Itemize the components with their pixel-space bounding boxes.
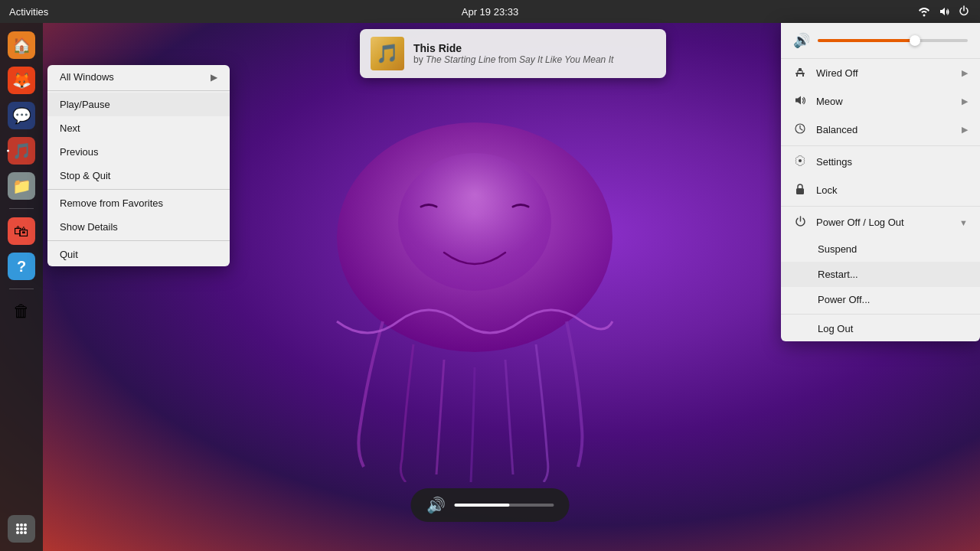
sound-icon[interactable] (937, 5, 951, 18)
desktop-wallpaper (214, 84, 735, 482)
dock-item-files-manager[interactable]: 📁 (5, 170, 38, 202)
dock-item-help[interactable]: ? (5, 250, 38, 282)
sys-menu-item-balanced[interactable]: Balanced ▶ (781, 116, 980, 144)
music-info: This Ride by The Starting Line from Say … (413, 42, 613, 65)
wired-label: Wired Off (816, 67, 952, 79)
topbar-left: Activities (9, 6, 48, 18)
svg-point-2 (398, 153, 551, 291)
menu-item-remove-favorites[interactable]: Remove from Favorites (47, 191, 230, 215)
activities-button[interactable]: Activities (9, 6, 48, 18)
svg-point-5 (24, 523, 27, 527)
dock: 🏠 🦊 💬 🎵 📁 🛍 ? (0, 23, 43, 551)
dock-item-rhythmbox[interactable]: 🎵 (5, 135, 38, 167)
audio-icon (793, 94, 807, 109)
sys-menu-item-meow[interactable]: Meow ▶ (781, 87, 980, 116)
context-menu: All Windows ▶ Play/Pause Next Previous S… (47, 65, 230, 266)
music-notification: 🎵 This Ride by The Starting Line from Sa… (360, 29, 666, 78)
submenu-item-logout[interactable]: Log Out (781, 316, 980, 341)
music-album: Say It Like You Mean It (519, 54, 613, 65)
svg-point-3 (16, 523, 19, 527)
submenu-item-suspend[interactable]: Suspend (781, 236, 980, 262)
svg-rect-14 (796, 74, 798, 77)
sys-menu-item-settings[interactable]: Settings (781, 148, 980, 176)
settings-label: Settings (816, 156, 968, 168)
menu-item-stop-quit[interactable]: Stop & Quit (47, 164, 230, 187)
balanced-label: Balanced (816, 124, 952, 135)
wired-icon (793, 66, 807, 80)
volume-popup-slider[interactable] (455, 504, 554, 507)
settings-icon (793, 155, 807, 169)
sys-separator-1 (781, 145, 980, 146)
topbar: Activities Apr 19 23:33 (0, 0, 980, 23)
menu-item-quit[interactable]: Quit (47, 243, 230, 266)
music-art-icon: 🎵 (376, 43, 399, 64)
menu-separator-1 (47, 90, 230, 91)
lock-icon (793, 183, 807, 197)
dock-separator (9, 208, 34, 209)
svg-point-6 (16, 527, 19, 530)
sys-menu-item-wired[interactable]: Wired Off ▶ (781, 59, 980, 87)
balanced-icon (793, 122, 807, 137)
topbar-datetime: Apr 19 23:33 (462, 6, 518, 18)
submenu-item-power-off[interactable]: Power Off... (781, 287, 980, 312)
svg-point-10 (20, 531, 23, 534)
dock-item-files[interactable]: 🏠 (5, 29, 38, 61)
music-title: This Ride (413, 42, 613, 54)
network-icon[interactable] (917, 5, 931, 18)
power-off-label: Power Off / Log Out (816, 217, 950, 228)
volume-icon: 🔊 (793, 32, 810, 49)
svg-point-9 (16, 531, 19, 534)
svg-point-4 (20, 523, 23, 527)
audio-label: Meow (816, 96, 952, 107)
menu-item-show-details[interactable]: Show Details (47, 215, 230, 239)
power-icon[interactable] (957, 5, 971, 18)
power-chevron: ▼ (959, 218, 968, 227)
music-subtitle: by The Starting Line from Say It Like Yo… (413, 54, 613, 65)
sys-menu-item-lock[interactable]: Lock (781, 176, 980, 204)
topbar-right (917, 5, 971, 18)
volume-popup: 🔊 (411, 488, 570, 522)
volume-section: 🔊 (781, 23, 980, 59)
menu-item-all-windows[interactable]: All Windows ▶ (47, 65, 230, 89)
power-off-icon (793, 215, 807, 230)
sys-separator-2 (781, 206, 980, 207)
balanced-chevron: ▶ (962, 125, 968, 135)
all-windows-arrow: ▶ (211, 72, 217, 83)
lock-label: Lock (816, 184, 968, 196)
submenu-item-restart[interactable]: Restart... (781, 262, 980, 287)
music-album-art: 🎵 (371, 37, 404, 70)
dock-item-trash[interactable]: 🗑 (5, 295, 38, 328)
volume-slider-fill (818, 39, 915, 42)
wired-chevron: ▶ (962, 68, 968, 78)
svg-point-19 (799, 191, 802, 193)
menu-item-previous[interactable]: Previous (47, 140, 230, 164)
dock-item-software[interactable]: 🛍 (5, 215, 38, 247)
audio-chevron: ▶ (962, 96, 968, 106)
menu-separator-2 (47, 189, 230, 190)
dock-item-chat[interactable]: 💬 (5, 99, 38, 132)
music-artist: The Starting Line (426, 54, 495, 65)
svg-point-7 (20, 527, 23, 530)
volume-slider-thumb[interactable] (910, 35, 920, 46)
svg-point-8 (24, 527, 27, 530)
svg-point-0 (923, 15, 926, 17)
svg-rect-15 (802, 74, 804, 77)
dock-separator-2 (9, 289, 34, 289)
sys-menu-item-power[interactable]: Power Off / Log Out ▼ (781, 208, 980, 236)
menu-separator-3 (47, 240, 230, 241)
dock-active-indicator (7, 150, 9, 152)
menu-item-play-pause[interactable]: Play/Pause (47, 93, 230, 116)
volume-slider[interactable] (818, 39, 968, 42)
dock-item-apps[interactable] (5, 513, 38, 545)
svg-point-11 (24, 531, 27, 534)
volume-popup-icon: 🔊 (426, 496, 446, 514)
svg-rect-16 (799, 68, 802, 71)
system-menu: 🔊 Wired Off ▶ Meow (781, 23, 980, 341)
sys-separator-3 (781, 314, 980, 315)
menu-item-next[interactable]: Next (47, 116, 230, 140)
dock-item-firefox[interactable]: 🦊 (5, 64, 38, 96)
volume-popup-fill (455, 504, 510, 507)
